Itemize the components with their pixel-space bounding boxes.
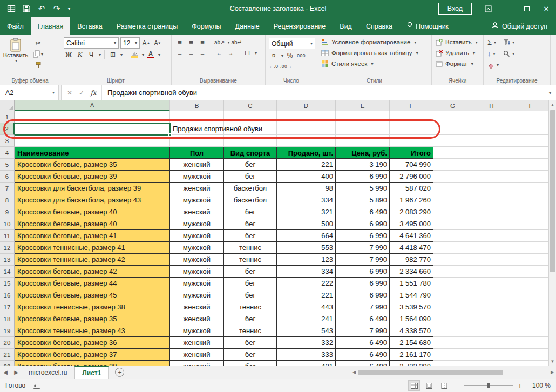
- cell-E17[interactable]: 7 990: [336, 301, 390, 313]
- cell-B15[interactable]: мужской: [170, 278, 224, 289]
- cell-D2[interactable]: [277, 123, 336, 135]
- cell-D18[interactable]: 241: [277, 313, 336, 325]
- row-header-17[interactable]: 17: [0, 301, 15, 313]
- cell-B17[interactable]: женский: [170, 301, 224, 313]
- font-size-select[interactable]: 12▾: [120, 37, 140, 49]
- cell-A17[interactable]: Кроссовки теннисные, размер 38: [15, 301, 170, 313]
- cell-B21[interactable]: женский: [170, 349, 224, 361]
- cell-B3[interactable]: [170, 135, 224, 147]
- ribbon-display-options-icon[interactable]: [478, 0, 498, 17]
- row-header-21[interactable]: 21: [0, 349, 15, 361]
- select-all-button[interactable]: [0, 100, 15, 111]
- tab-Справка[interactable]: Справка: [359, 17, 399, 35]
- cell-G7[interactable]: [433, 183, 472, 194]
- increase-indent-icon[interactable]: →: [226, 48, 235, 58]
- name-box[interactable]: A2 ▾: [0, 85, 58, 100]
- cell-H7[interactable]: [472, 183, 511, 194]
- paste-button[interactable]: Вставить ▾: [2, 37, 30, 70]
- cell-E2[interactable]: [336, 123, 390, 135]
- cell-F10[interactable]: 3 495 000: [390, 218, 433, 230]
- cell-G13[interactable]: [433, 254, 472, 266]
- cell-A7[interactable]: Кроссовки для баскетбола, размер 39: [15, 183, 170, 194]
- horizontal-scrollbar[interactable]: ◀ ▶: [350, 366, 556, 379]
- cell-B19[interactable]: мужской: [170, 325, 224, 337]
- align-left-icon[interactable]: ≡: [175, 48, 185, 58]
- cell-A15[interactable]: Кроссовки беговые, размер 44: [15, 278, 170, 289]
- font-name-select[interactable]: Calibri▾: [64, 37, 119, 49]
- cell-E8[interactable]: 5 890: [336, 194, 390, 206]
- cell-I10[interactable]: [511, 218, 548, 230]
- scroll-right-icon[interactable]: ▶: [548, 368, 556, 377]
- row-header-4[interactable]: 4: [0, 147, 15, 159]
- cell-B1[interactable]: [170, 111, 224, 123]
- conditional-formatting-button[interactable]: Условное форматирование ▾: [319, 37, 430, 48]
- cell-A4[interactable]: Наименование: [15, 147, 170, 159]
- vertical-scroll-thumb[interactable]: [550, 110, 555, 272]
- cell-E6[interactable]: 6 990: [336, 171, 390, 183]
- cell-B6[interactable]: мужской: [170, 171, 224, 183]
- cell-B18[interactable]: женский: [170, 313, 224, 325]
- row-header-11[interactable]: 11: [0, 230, 15, 242]
- cell-I22[interactable]: [511, 361, 548, 366]
- cell-C12[interactable]: теннис: [224, 242, 277, 254]
- cell-G20[interactable]: [433, 337, 472, 349]
- cell-A14[interactable]: Кроссовки беговые, размер 42: [15, 266, 170, 278]
- cell-D4[interactable]: Продано, шт.: [277, 147, 336, 159]
- cell-E19[interactable]: 7 990: [336, 325, 390, 337]
- cell-styles-button[interactable]: Стили ячеек ▾: [319, 58, 430, 69]
- fill-button[interactable]: ↓▾: [487, 49, 499, 58]
- percent-style-icon[interactable]: %: [285, 51, 295, 60]
- cell-B4[interactable]: Пол: [170, 147, 224, 159]
- font-color-button[interactable]: А: [146, 50, 155, 59]
- comma-style-icon[interactable]: 000: [296, 51, 306, 60]
- cell-D13[interactable]: 123: [277, 254, 336, 266]
- cell-G17[interactable]: [433, 301, 472, 313]
- column-header-D[interactable]: D: [277, 100, 336, 111]
- cell-C21[interactable]: бег: [224, 349, 277, 361]
- italic-button[interactable]: К: [75, 50, 85, 59]
- cell-H8[interactable]: [472, 194, 511, 206]
- row-header-2[interactable]: 2: [0, 123, 15, 135]
- cell-D1[interactable]: [277, 111, 336, 123]
- tab-Главная[interactable]: Главная: [31, 17, 71, 35]
- cell-F19[interactable]: 4 338 570: [390, 325, 433, 337]
- cell-D15[interactable]: 222: [277, 278, 336, 289]
- cell-F7[interactable]: 587 020: [390, 183, 433, 194]
- sign-in-button[interactable]: Вход: [438, 3, 472, 15]
- view-page-layout-icon[interactable]: [423, 380, 435, 391]
- align-top-icon[interactable]: ≡: [175, 37, 185, 47]
- cell-C1[interactable]: [224, 111, 277, 123]
- cell-B5[interactable]: женский: [170, 159, 224, 171]
- zoom-slider[interactable]: [464, 385, 513, 386]
- cell-A13[interactable]: Кроссовки теннисные, размер 42: [15, 254, 170, 266]
- underline-button[interactable]: Ч: [86, 50, 96, 59]
- cell-E11[interactable]: 6 990: [336, 230, 390, 242]
- cell-E22[interactable]: 6 490: [336, 361, 390, 366]
- row-header-20[interactable]: 20: [0, 337, 15, 349]
- align-right-icon[interactable]: ≡: [198, 48, 207, 58]
- cell-I12[interactable]: [511, 242, 548, 254]
- cell-G8[interactable]: [433, 194, 472, 206]
- cell-H13[interactable]: [472, 254, 511, 266]
- zoom-out-icon[interactable]: −: [453, 382, 461, 390]
- cell-H12[interactable]: [472, 242, 511, 254]
- cell-F3[interactable]: [390, 135, 433, 147]
- cell-C4[interactable]: Вид спорта: [224, 147, 277, 159]
- cell-G19[interactable]: [433, 325, 472, 337]
- cell-G15[interactable]: [433, 278, 472, 289]
- scroll-up-icon[interactable]: ▲: [549, 100, 556, 109]
- cell-B20[interactable]: женский: [170, 337, 224, 349]
- cell-I21[interactable]: [511, 349, 548, 361]
- cell-E20[interactable]: 6 490: [336, 337, 390, 349]
- cell-B9[interactable]: женский: [170, 206, 224, 218]
- column-header-E[interactable]: E: [336, 100, 390, 111]
- cell-E14[interactable]: 6 990: [336, 266, 390, 278]
- cell-H22[interactable]: [472, 361, 511, 366]
- cell-F11[interactable]: 4 641 360: [390, 230, 433, 242]
- clipboard-dialog-launcher-icon[interactable]: [54, 79, 58, 83]
- increase-decimal-icon[interactable]: ←.0: [269, 62, 279, 71]
- cell-H21[interactable]: [472, 349, 511, 361]
- delete-cells-button[interactable]: Удалить ▾: [433, 48, 482, 58]
- cell-D5[interactable]: 221: [277, 159, 336, 171]
- scroll-left-icon[interactable]: ◀: [350, 368, 358, 377]
